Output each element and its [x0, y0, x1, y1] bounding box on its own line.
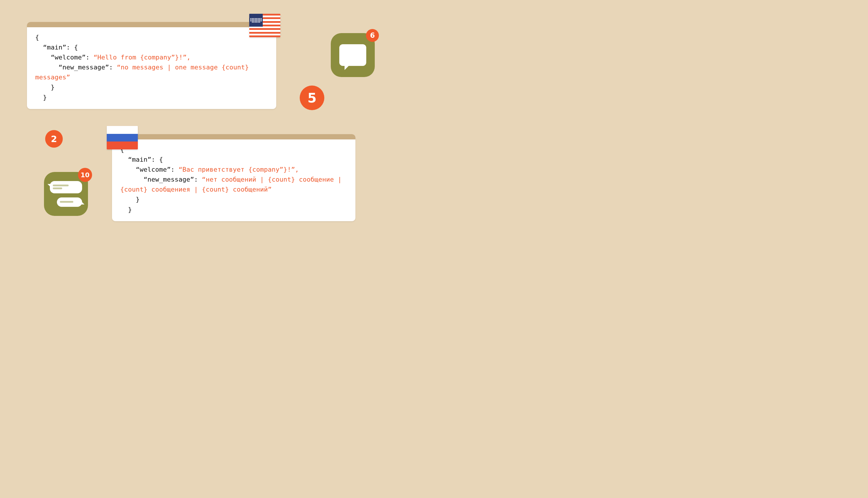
notification-badge: 6 [366, 29, 379, 42]
messages-app-icon: 10 [44, 172, 88, 216]
code-line: } [120, 196, 140, 203]
code-line: } [35, 83, 54, 91]
code-line: “new_message”: [120, 176, 202, 183]
panel-titlebar [112, 134, 355, 140]
code-body-en: { “main”: { “welcome”: “Hello from {comp… [27, 27, 276, 109]
notification-badge: 10 [78, 168, 92, 182]
code-string: {count} сообщениея | {count} сообщений” [120, 186, 272, 193]
code-line: “main”: { [35, 44, 78, 51]
code-string: “Вас приветствует {company”}!”, [179, 166, 299, 173]
code-line: “welcome”: [120, 166, 179, 173]
code-line: “new_message”: [35, 64, 117, 71]
ru-flag-icon [107, 126, 138, 149]
code-line: { [35, 34, 39, 41]
count-bubble-2: 2 [45, 130, 63, 148]
panel-titlebar [27, 22, 276, 27]
chat-app-icon: 6 [331, 33, 375, 77]
count-bubble-5: 5 [300, 86, 324, 110]
code-string: “нет сообщений | {count} сообщение | [202, 176, 342, 183]
us-flag-icon [249, 14, 280, 37]
code-panel-en: { “main”: { “welcome”: “Hello from {comp… [27, 22, 276, 109]
code-panel-ru: { “main”: { “welcome”: “Вас приветствует… [112, 134, 355, 221]
chat-bubbles-icon [50, 181, 82, 207]
code-body-ru: { “main”: { “welcome”: “Вас приветствует… [112, 140, 355, 221]
code-line: } [120, 206, 132, 213]
code-string: “no messages | one message {count} [117, 64, 249, 71]
code-line: “main”: { [120, 156, 163, 163]
code-string: “Hello from {company”}!”, [93, 54, 191, 61]
code-line: “welcome”: [35, 54, 93, 61]
speech-bubble-icon [339, 44, 366, 66]
code-string: messages” [35, 74, 70, 81]
code-line: } [35, 94, 47, 101]
